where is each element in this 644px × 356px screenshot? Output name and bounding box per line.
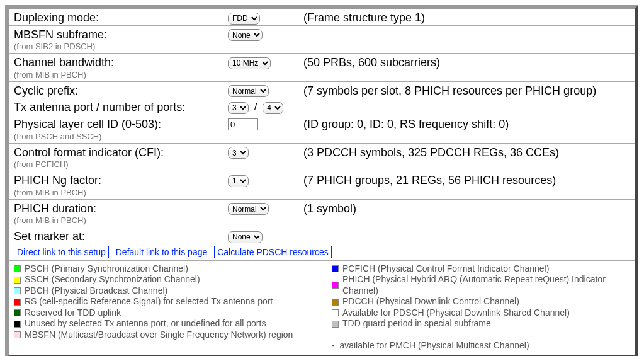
row-cfi: Control format indicator (CFI): (from PC… [9, 144, 635, 172]
cellid-sublabel: (from PSCH and SSCH) [14, 132, 228, 141]
cp-select[interactable]: Normal [228, 85, 269, 97]
swatch-psch [14, 265, 21, 272]
mbsfn-select[interactable]: None [228, 29, 263, 41]
tx-num-select[interactable]: 4 [263, 102, 283, 114]
phichdur-select[interactable]: Normal [228, 203, 269, 215]
phichdur-info: (1 symbol) [303, 202, 356, 215]
row-cellid: Physical layer cell ID (0-503): (from PS… [9, 115, 635, 144]
cellid-info: (ID group: 0, ID: 0, RS frequency shift:… [303, 118, 509, 130]
mbsfn-sublabel: (from SIB2 in PDSCH) [14, 42, 228, 51]
row-duplexing: Duplexing mode: FDD (Frame structure typ… [9, 9, 635, 26]
bandwidth-info: (50 PRBs, 600 subcarriers) [303, 56, 440, 69]
phichng-sublabel: (from MIB in PBCH) [14, 188, 228, 197]
cp-label: Cyclic prefix: [14, 84, 78, 97]
duplexing-info: (Frame structure type 1) [303, 11, 425, 24]
cfi-sublabel: (from PCFICH) [14, 159, 228, 169]
tx-port-select[interactable]: 3 [228, 102, 249, 114]
swatch-rs [14, 299, 21, 306]
row-cp: Cyclic prefix: Normal (7 symbols per slo… [9, 82, 635, 99]
cfi-info: (3 PDCCH symbols, 325 PDCCH REGs, 36 CCE… [303, 146, 559, 159]
legend-rtdd: Reserved for TDD uplink [14, 307, 332, 319]
phichng-label: PHICH Ng factor: [14, 174, 101, 187]
legend-phich: PHICH (Physical Hybrid ARQ (Automatic Re… [332, 274, 630, 296]
swatch-pbch [14, 287, 21, 294]
row-marker: Set marker at: None [9, 227, 635, 244]
phichng-info: (7 PHICH groups, 21 REGs, 56 PHICH resou… [303, 174, 556, 187]
marker-label: Set marker at: [14, 230, 85, 243]
default-link-button[interactable]: Default link to this page [113, 246, 211, 258]
legend-unused: Unused by selected Tx antenna port, or u… [14, 318, 332, 330]
legend-pbch: PBCH (Physical Broadcast Channel) [14, 285, 332, 297]
cfi-label: Control format indicator (CFI): [14, 146, 164, 159]
cellid-input[interactable] [228, 118, 258, 130]
legend-pcfich: PCFICH (Physical Control Format Indicato… [332, 263, 630, 275]
swatch-mbsfn [14, 331, 21, 338]
cp-info: (7 symbols per slot, 8 PHICH resources p… [303, 84, 596, 97]
row-phichdur: PHICH duration: (from MIB in PBCH) Norma… [9, 200, 635, 228]
cfi-select[interactable]: 3 [228, 147, 249, 159]
swatch-rtdd [14, 309, 21, 316]
swatch-pcfich [332, 265, 339, 272]
tx-sep: / [252, 101, 260, 113]
legend-guard: TDD guard period in special subframe [332, 318, 630, 330]
bandwidth-label: Channel bandwidth: [14, 56, 114, 69]
legend-pdcch: PDCCH (Physical Downlink Control Channel… [332, 296, 630, 307]
legend-mbsfn: MBSFN (Multicast/Broadcast over Single F… [14, 330, 332, 341]
phichdur-sublabel: (from MIB in PBCH) [14, 215, 228, 225]
legend-ssch: SSCH (Secondary Synchronization Channel) [14, 274, 332, 285]
txport-label: Tx antenna port / number of ports: [14, 101, 185, 113]
phichdur-label: PHICH duration: [14, 202, 96, 215]
calc-pdsch-button[interactable]: Calculate PDSCH resources [214, 246, 332, 258]
link-row: Direct link to this setup Default link t… [9, 244, 635, 261]
settings-panel: Duplexing mode: FDD (Frame structure typ… [5, 5, 638, 356]
row-mbsfn: MBSFN subframe: (from SIB2 in PDSCH) Non… [9, 26, 635, 54]
legend-pmch: - available for PMCH (Physical Multicast… [332, 340, 630, 352]
legend: PSCH (Primary Synchronization Channel) S… [9, 261, 635, 355]
legend-blank [332, 330, 630, 341]
duplexing-select[interactable]: FDD [228, 13, 260, 25]
phichng-select[interactable]: 1 [228, 175, 249, 187]
swatch-ssch [14, 277, 21, 284]
bandwidth-sublabel: (from MIB in PBCH) [14, 70, 228, 79]
swatch-unused [14, 321, 21, 328]
row-phichng: PHICH Ng factor: (from MIB in PBCH) 1 (7… [9, 171, 635, 200]
mbsfn-label: MBSFN subframe: [14, 28, 107, 41]
swatch-pdcch [332, 299, 339, 306]
direct-link-button[interactable]: Direct link to this setup [14, 246, 109, 258]
cellid-label: Physical layer cell ID (0-503): [14, 118, 161, 130]
legend-psch: PSCH (Primary Synchronization Channel) [14, 263, 332, 275]
swatch-guard [332, 321, 339, 328]
swatch-phich [332, 282, 339, 289]
swatch-avail [332, 309, 339, 316]
row-txport: Tx antenna port / number of ports: 3 / 4 [9, 98, 635, 115]
bandwidth-select[interactable]: 10 MHz [228, 57, 271, 69]
row-bandwidth: Channel bandwidth: (from MIB in PBCH) 10… [9, 54, 635, 82]
legend-rs: RS (cell-specific Reference Signal) for … [14, 296, 332, 307]
legend-avail: Available for PDSCH (Physical Downlink S… [332, 307, 630, 319]
duplexing-label: Duplexing mode: [14, 11, 99, 24]
marker-select[interactable]: None [228, 231, 263, 243]
